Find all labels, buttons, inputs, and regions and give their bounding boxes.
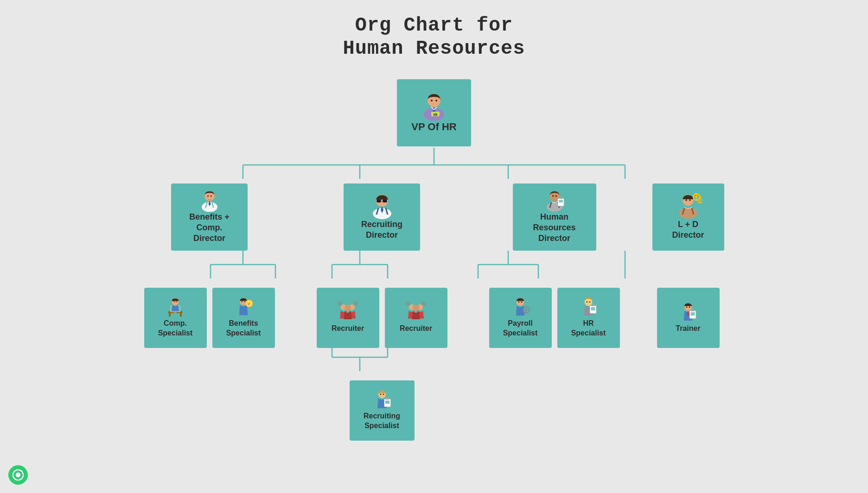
- recruiter1-label: Recruiter: [332, 324, 364, 333]
- svg-rect-84: [559, 197, 562, 199]
- org-chart: HR VP Of HR: [156, 79, 712, 459]
- vp-node: HR VP Of HR: [397, 79, 471, 146]
- benefits-comp-label: Benefits + Comp.Director: [177, 212, 242, 244]
- recruiter2-icon: [404, 301, 428, 324]
- svg-rect-110: [696, 193, 697, 195]
- svg-rect-75: [385, 398, 389, 400]
- trainer-icon: [677, 301, 700, 324]
- svg-rect-111: [696, 199, 697, 201]
- svg-point-126: [16, 473, 20, 477]
- svg-rect-42: [174, 312, 177, 313]
- svg-point-63: [355, 303, 356, 304]
- svg-point-35: [207, 195, 209, 196]
- hr-specialist-icon: [577, 296, 600, 319]
- svg-rect-113: [699, 196, 701, 198]
- svg-rect-54: [377, 200, 381, 202]
- svg-point-118: [689, 306, 690, 308]
- svg-point-47: [242, 301, 243, 302]
- comp-specialist-icon: [164, 296, 187, 319]
- svg-rect-93: [526, 312, 527, 313]
- recruiter2-node: Recruiter: [385, 288, 447, 348]
- recruiting-director-icon: [368, 191, 396, 219]
- trainer-node: Trainer: [657, 288, 720, 348]
- vp-icon: HR: [419, 90, 449, 120]
- svg-rect-55: [383, 200, 387, 202]
- recruiting-specialist-label: RecruitingSpecialist: [364, 411, 400, 431]
- hr-director-col: Human ResourcesDirector: [489, 183, 620, 441]
- recruiting-director-node: RecruitingDirector: [344, 183, 420, 251]
- svg-point-81: [552, 195, 553, 196]
- svg-point-59: [345, 304, 351, 311]
- svg-point-109: [696, 196, 698, 198]
- recruiting-specialist-icon: [370, 388, 394, 411]
- benefits-comp-col: Benefits + Comp.Director: [144, 183, 275, 441]
- svg-rect-94: [523, 309, 524, 310]
- bottom-logo[interactable]: [8, 465, 28, 485]
- payroll-specialist-icon: [509, 296, 532, 319]
- svg-point-36: [210, 195, 211, 196]
- recruiter1-icon: [336, 301, 359, 324]
- recruiting-director-label: RecruitingDirector: [361, 219, 402, 241]
- svg-point-72: [380, 394, 381, 395]
- svg-point-61: [339, 303, 341, 304]
- svg-point-91: [525, 309, 527, 311]
- svg-point-73: [383, 394, 384, 395]
- hr-director-node: Human ResourcesDirector: [513, 183, 596, 251]
- svg-point-104: [679, 208, 697, 219]
- ld-director-node: L + DDirector: [652, 183, 724, 251]
- svg-point-70: [423, 303, 424, 304]
- svg-point-29: [435, 100, 437, 101]
- svg-rect-39: [180, 313, 182, 317]
- page-title: Org Chart for Human Resources: [343, 14, 525, 61]
- svg-point-115: [700, 200, 701, 201]
- svg-point-82: [555, 195, 556, 196]
- benefits-specialist-icon: 💡: [232, 296, 255, 319]
- svg-rect-92: [526, 306, 527, 308]
- ld-director-icon: [674, 191, 702, 219]
- trainer-label: Trainer: [676, 324, 700, 333]
- svg-point-106: [685, 199, 687, 201]
- svg-text:💡: 💡: [247, 300, 251, 305]
- ld-col: L + DDirector: [652, 183, 724, 441]
- svg-point-45: [176, 301, 177, 302]
- hr-director-label: Human ResourcesDirector: [518, 212, 591, 244]
- svg-rect-38: [169, 313, 171, 317]
- vp-label: VP Of HR: [411, 120, 456, 133]
- svg-point-48: [244, 301, 245, 302]
- svg-point-98: [589, 301, 591, 303]
- logo-icon: [12, 469, 24, 481]
- hr-specialist-label: HRSpecialist: [571, 319, 606, 338]
- svg-rect-121: [691, 310, 695, 311]
- ld-director-label: L + DDirector: [672, 219, 704, 241]
- svg-point-68: [408, 303, 409, 304]
- benefits-specialist-node: 💡 BenefitsSpecialist: [212, 288, 275, 348]
- svg-point-97: [587, 301, 588, 303]
- comp-specialist-node: Comp.Specialist: [144, 288, 207, 348]
- recruiter2-label: Recruiter: [400, 324, 432, 333]
- svg-rect-95: [529, 309, 530, 310]
- benefits-specialist-label: BenefitsSpecialist: [226, 319, 261, 338]
- svg-point-107: [689, 199, 691, 201]
- recruiting-col: RecruitingDirector: [317, 183, 447, 441]
- benefits-comp-director-icon: [196, 188, 223, 212]
- svg-rect-112: [693, 196, 695, 198]
- comp-specialist-label: Comp.Specialist: [158, 319, 193, 338]
- svg-point-88: [518, 301, 520, 303]
- recruiting-specialist-node: RecruitingSpecialist: [350, 380, 415, 441]
- svg-point-66: [413, 304, 419, 311]
- hr-specialist-node: HRSpecialist: [557, 288, 620, 348]
- svg-rect-100: [591, 304, 595, 306]
- svg-point-28: [431, 100, 433, 101]
- recruiter1-node: Recruiter: [317, 288, 379, 348]
- svg-point-117: [686, 306, 688, 308]
- hr-director-icon: [541, 188, 568, 212]
- svg-text:HR: HR: [433, 113, 437, 117]
- payroll-specialist-node: PayrollSpecialist: [489, 288, 552, 348]
- payroll-specialist-label: PayrollSpecialist: [503, 319, 538, 338]
- svg-point-89: [521, 301, 523, 303]
- benefits-comp-node: Benefits + Comp.Director: [171, 183, 248, 251]
- svg-point-44: [174, 301, 175, 302]
